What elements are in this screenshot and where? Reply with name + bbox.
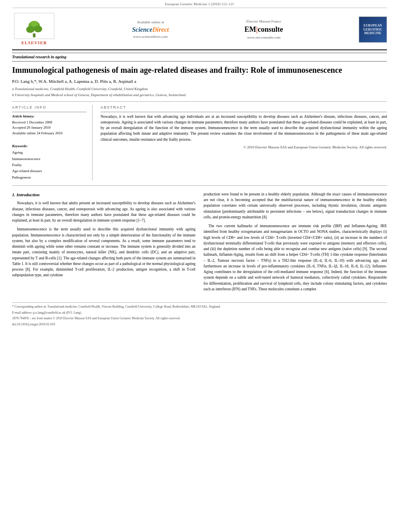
article-meta-row: ARTICLE INFO Article history: Received 1…	[12, 105, 387, 181]
svg-rect-0	[33, 33, 35, 37]
keyword-age-related: Age-related diseases	[12, 168, 86, 174]
history-label: Article history:	[12, 114, 86, 119]
section-label: Translational research in ageing	[12, 53, 387, 62]
abstract-column: ABSTRACT Nowadays, it is well known that…	[101, 105, 387, 181]
elsevier-tree-image	[14, 13, 54, 39]
affiliation-b: b University hospitals and Medical schoo…	[12, 92, 387, 98]
affiliation-a: a Translational medicine, Cranfield Heal…	[12, 86, 387, 92]
elsevier-masson-text: Elsevier Masson France	[245, 19, 283, 24]
intro-para-2: Immunosenescence is the term usually use…	[12, 226, 195, 278]
available-online-text: Available online at	[132, 20, 169, 25]
page-footer: * Corresponding author at: Translational…	[12, 302, 387, 327]
sciencedirect-brand: ScienceDirect	[132, 25, 169, 34]
intro-heading: 1. Introduction	[12, 191, 195, 198]
keyword-ageing: Ageing	[12, 150, 86, 156]
header-logos: ELSEVIER Available online at ScienceDire…	[12, 10, 387, 50]
svg-point-4	[31, 21, 38, 27]
article-info-heading: ARTICLE INFO	[12, 105, 86, 110]
footer-doi: doi:10.1016/j.eurger.2010.01.010	[12, 322, 387, 327]
keyword-immunosenescence: Immunosenescence	[12, 156, 86, 162]
body-left-column: 1. Introduction Nowadays, it is well kno…	[12, 191, 195, 295]
article-info-column: ARTICLE INFO Article history: Received 1…	[12, 105, 93, 181]
footer-note-2: E-mail address: p.o.lang@cranfield.ac.uk…	[12, 310, 387, 315]
footer-note-1: * Corresponding author at: Translational…	[12, 304, 387, 309]
footer-note-3: 1878-7649/$ – see front matter © 2010 El…	[12, 316, 387, 321]
keyword-pathogenesis: Pathogenesis	[12, 175, 86, 181]
keywords-label: Keywords:	[12, 144, 86, 149]
sciencedirect-url: www.sciencedirect.com	[132, 34, 169, 39]
body-right-column: production were found to be present in a…	[204, 191, 387, 295]
right-para-1: production were found to be present in a…	[204, 191, 387, 220]
egm-logo: EUROPEANGERIATRICMEDICINE	[359, 16, 387, 43]
elsevier-brand-text: ELSEVIER	[21, 40, 47, 46]
keywords-list: Ageing Immunosenescence Frailty Age-rela…	[12, 150, 86, 180]
accepted-date: Accepted 20 January 2010	[12, 125, 86, 131]
authors-line: P.O. Lang b,*, W.A. Mitchell a, A. Lapen…	[12, 78, 387, 85]
em-consulte-url: www.em-consulte.com	[245, 35, 283, 40]
body-columns: 1. Introduction Nowadays, it is well kno…	[12, 191, 387, 295]
em-consulte-logo: Elsevier Masson France EM|consulte www.e…	[245, 19, 283, 40]
em-brand: EM|consulte	[245, 24, 283, 35]
svg-point-2	[26, 26, 35, 33]
copyright-line: © 2010 Elsevier Masson SAS and European …	[101, 145, 387, 150]
keyword-frailty: Frailty	[12, 162, 86, 168]
available-date: Available online 24 February 2010	[12, 131, 86, 136]
right-para-2: The two current hallmarks of immunosenes…	[204, 223, 387, 292]
received-date: Received 1 December 2009	[12, 120, 86, 125]
elsevier-logo: ELSEVIER	[12, 13, 56, 46]
abstract-heading: ABSTRACT	[101, 105, 387, 110]
journal-bar: European Geriatric Medicine 1 (2010) 112…	[12, 0, 387, 8]
sciencedirect-logo: Available online at ScienceDirect www.sc…	[132, 20, 169, 39]
intro-para-1: Nowadays, it is well known that adults p…	[12, 200, 195, 223]
egm-title-text: EUROPEANGERIATRICMEDICINE	[363, 24, 382, 35]
abstract-text: Nowadays, it is well known that with adv…	[101, 114, 387, 142]
body-divider	[12, 185, 387, 186]
divider	[12, 101, 387, 102]
svg-point-3	[34, 26, 42, 33]
article-title: Immunological pathogenesis of main age-r…	[12, 65, 387, 75]
